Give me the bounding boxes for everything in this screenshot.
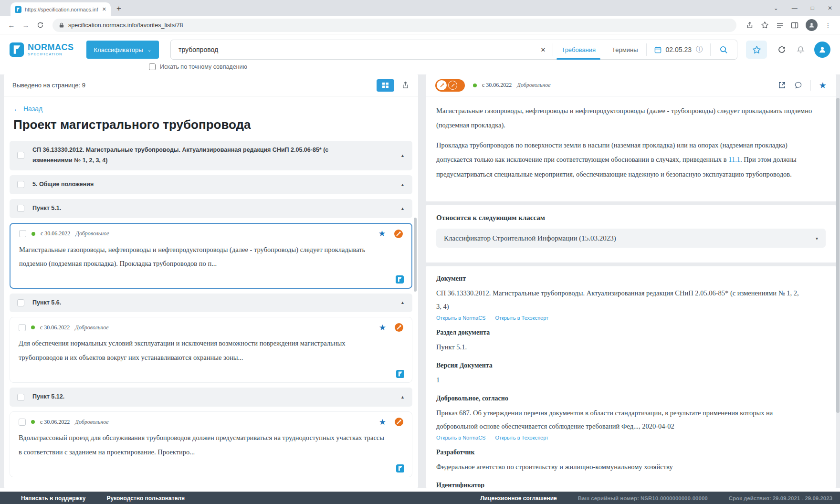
share-page-icon[interactable] — [746, 21, 754, 29]
favorites-button[interactable] — [746, 41, 767, 59]
validity-period: Срок действия: 29.09.2021 - 29.09.2023 — [729, 495, 832, 501]
tehexpert-icon[interactable] — [395, 418, 403, 426]
reload-icon[interactable] — [33, 21, 47, 29]
side-panel-icon[interactable] — [791, 21, 798, 29]
favorite-star-icon[interactable]: ★ — [379, 418, 386, 426]
checkbox[interactable] — [19, 419, 26, 426]
open-in-tehexpert-link[interactable]: Открыть в Техэксперт — [495, 435, 548, 441]
clear-search-icon[interactable]: ✕ — [534, 46, 553, 53]
tab-close-icon[interactable]: ✕ — [102, 6, 106, 12]
user-avatar[interactable] — [814, 42, 830, 58]
requirement-card-selected[interactable]: с 30.06.2022 Добровольное ★ Магистральны… — [10, 223, 412, 289]
search-input[interactable] — [171, 46, 533, 53]
exact-match-checkbox[interactable] — [149, 63, 156, 70]
favorite-star-icon[interactable]: ★ — [819, 81, 827, 90]
checkbox[interactable] — [17, 299, 24, 306]
logo-subtitle: SPECIFICATION — [28, 52, 74, 56]
browser-tab[interactable]: https://specification.normacs.inf ✕ — [10, 2, 111, 16]
browser-menu-icon[interactable]: ⋮ — [825, 21, 831, 29]
support-link[interactable]: Написать в поддержку — [21, 495, 85, 502]
license-agreement-link[interactable]: Лицензионное соглашение — [480, 495, 557, 502]
new-tab-button[interactable]: + — [116, 4, 121, 13]
status-dot — [473, 84, 477, 87]
accordion-clause-5-6[interactable]: Пункт 5.6. ▲ — [10, 294, 412, 313]
list-scrollbar[interactable] — [414, 218, 417, 292]
normacs-logo[interactable]: NORMACS SPECIFICATION — [10, 42, 74, 57]
url-text: specification.normacs.info/favorites_lis… — [68, 22, 183, 29]
collapse-icon[interactable]: ▲ — [400, 395, 405, 399]
checkbox[interactable] — [19, 324, 26, 331]
tab-terms[interactable]: Термины — [604, 40, 646, 59]
checkbox[interactable] — [17, 205, 24, 212]
user-guide-link[interactable]: Руководство пользователя — [106, 495, 184, 502]
open-in-tehexpert-link[interactable]: Открыть в Техэксперт — [495, 315, 548, 321]
forward-icon[interactable]: → — [19, 21, 32, 29]
bookmark-star-icon[interactable] — [761, 21, 769, 29]
normacs-source-icon[interactable] — [396, 464, 404, 472]
exact-match-option[interactable]: Искать по точному совпадению — [149, 63, 830, 70]
open-external-icon[interactable] — [778, 81, 786, 89]
tehexpert-icon[interactable] — [395, 323, 403, 332]
favorite-star-icon[interactable]: ★ — [378, 230, 386, 238]
accordion-document[interactable]: СП 36.13330.2012. Магистральные трубопро… — [10, 141, 412, 170]
accordion-section[interactable]: 5. Общие положения ▲ — [10, 175, 412, 194]
window-close-icon[interactable]: ✕ — [828, 5, 832, 11]
details-panel: с 30.06.2022 Добровольное ★ Магистральны… — [426, 74, 836, 488]
search-box: ✕ Требования Термины 02.05.23 ⓘ — [170, 40, 737, 60]
status-dot — [31, 420, 35, 424]
favorite-star-icon[interactable]: ★ — [379, 324, 386, 332]
address-bar[interactable]: specification.normacs.info/favorites_lis… — [52, 19, 736, 32]
date-picker[interactable]: 02.05.23 ⓘ — [647, 45, 711, 54]
checkbox[interactable] — [17, 394, 24, 401]
collapse-icon[interactable]: ▲ — [400, 153, 405, 158]
tehexpert-active-icon — [437, 80, 447, 90]
open-in-normacs-link[interactable]: Открыть в NormaCS — [436, 435, 485, 441]
collapse-icon[interactable]: ▲ — [400, 182, 405, 187]
field-value: СП 36.13330.2012. Магистральные трубопро… — [436, 286, 799, 314]
details-header: с 30.06.2022 Добровольное ★ — [426, 74, 836, 96]
open-in-normacs-link[interactable]: Открыть в NormaCS — [436, 315, 485, 321]
back-arrow-icon: ← — [13, 105, 20, 113]
checkbox[interactable] — [17, 152, 24, 159]
clause-link[interactable]: 11.1 — [728, 156, 740, 163]
classifiers-button[interactable]: Классификаторы ⌄ — [86, 41, 159, 59]
back-icon[interactable]: ← — [5, 21, 18, 29]
reading-list-icon[interactable] — [776, 21, 784, 29]
requirement-card[interactable]: с 30.06.2022 Добровольное ★ Вдольтрассов… — [10, 411, 412, 477]
tab-requirements[interactable]: Требования — [553, 40, 604, 59]
tab-search-icon[interactable]: ⌄ — [774, 5, 778, 11]
view-toggle-button[interactable] — [377, 79, 394, 92]
search-submit-button[interactable] — [711, 46, 737, 54]
window-maximize-icon[interactable]: □ — [811, 5, 814, 11]
checkbox[interactable] — [19, 230, 26, 237]
window-minimize-icon[interactable]: — — [792, 5, 798, 11]
requirement-card[interactable]: с 30.06.2022 Добровольное ★ Для обеспече… — [10, 317, 412, 383]
normacs-source-icon[interactable] — [396, 370, 404, 378]
tehexpert-icon[interactable] — [394, 230, 403, 238]
back-link[interactable]: ← Назад — [13, 105, 412, 113]
comment-icon[interactable] — [794, 81, 802, 89]
export-button[interactable] — [401, 81, 410, 89]
calendar-icon — [654, 46, 662, 53]
results-panel: Выведено на странице: 9 ← Назад Проект м… — [4, 74, 418, 488]
accordion-clause-5-1[interactable]: Пункт 5.1. ▲ — [10, 199, 412, 218]
classifier-dropdown[interactable]: Классификатор Строительной Информации (1… — [436, 229, 826, 248]
results-toolbar: Выведено на странице: 9 — [4, 74, 418, 96]
source-toggle[interactable] — [435, 79, 465, 92]
collapse-icon[interactable]: ▲ — [400, 206, 405, 211]
date-value: 02.05.23 — [666, 46, 692, 53]
history-button[interactable] — [777, 45, 786, 54]
browser-profile-avatar[interactable] — [806, 19, 818, 31]
collapse-icon[interactable]: ▲ — [400, 300, 405, 305]
requirement-paragraph: Магистральные газопроводы, нефтепроводы … — [436, 104, 815, 133]
page-scrollbar[interactable] — [836, 98, 840, 413]
checkbox[interactable] — [17, 181, 24, 188]
notifications-button[interactable] — [797, 46, 805, 54]
field-label: Разработчик — [436, 449, 826, 456]
info-icon[interactable]: ⓘ — [696, 45, 703, 54]
site-favicon — [15, 6, 21, 13]
normacs-source-icon[interactable] — [396, 275, 404, 284]
main-content: Выведено на странице: 9 ← Назад Проект м… — [0, 74, 840, 488]
bell-icon — [797, 46, 805, 54]
accordion-clause-5-12[interactable]: Пункт 5.12. ▲ — [10, 388, 412, 407]
